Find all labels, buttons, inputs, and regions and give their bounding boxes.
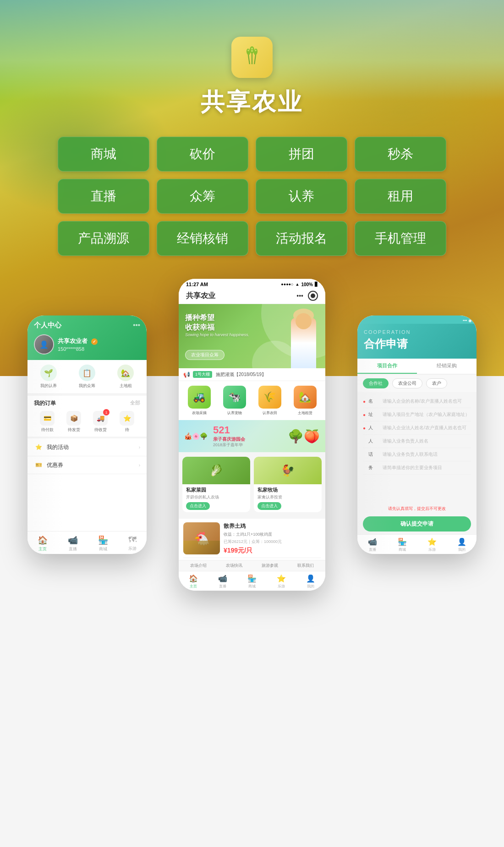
right-status-bar: ••• ◉: [357, 316, 477, 324]
cat-4[interactable]: 🏡 土地租赁: [294, 386, 317, 415]
cooperation-tabs: 项目合作 经销采购: [357, 359, 477, 375]
form-placeholder-5[interactable]: 请输入业务负责人联系电话: [383, 451, 471, 458]
feature-btn-11[interactable]: 手机管理: [355, 221, 446, 256]
feature-btn-8[interactable]: 产品溯源: [58, 221, 149, 256]
main-banner: 播种希望 收获幸福 Sowing hope to harvest happine…: [179, 304, 325, 368]
signal-icon: ●●●●○: [281, 282, 293, 287]
feature-btn-9[interactable]: 经销核销: [157, 221, 248, 256]
cat-1[interactable]: 🚜 农场采摘: [188, 386, 211, 415]
form-placeholder-2[interactable]: 请输入项目生产地址（农户输入家庭地址）: [383, 411, 471, 418]
center-mine-icon: 👤: [306, 574, 315, 583]
chicken-info: 散养土鸡 收益：土鸡1只+100枚鸡蛋 已筹26212元｜众筹：100000元 …: [224, 522, 321, 555]
private-farm-card[interactable]: 🐓 私家牧场 家禽认养投资 点击进入: [254, 457, 322, 512]
footer-tourism[interactable]: 旅游参观: [262, 563, 278, 569]
adopt-icon: 🌱: [40, 365, 57, 381]
cat-2[interactable]: 🐄 认养宠物: [223, 386, 246, 415]
form-dot-1: ●: [363, 399, 366, 404]
left-bottom-nav: 🏠 主页 📹 直播 🏪 商城 🗺 乐游: [27, 531, 147, 554]
tab-project[interactable]: 项目合作: [357, 359, 417, 374]
type-farmer[interactable]: 农户: [426, 378, 447, 388]
tab-dealer[interactable]: 经销采购: [417, 359, 477, 374]
phones-section: 个人中心 ••• 👤 共享农业者 ✓ 150*****858: [0, 270, 504, 682]
travel-icon: 🗺: [128, 535, 137, 545]
live-icon: 📹: [68, 535, 78, 545]
feature-btn-10[interactable]: 活动报名: [256, 221, 347, 256]
svg-point-6: [251, 48, 253, 50]
farm-img: 🐓: [254, 457, 322, 484]
nav-land[interactable]: 🏡 土地租: [117, 365, 134, 389]
feature-btn-5[interactable]: 众筹: [157, 179, 248, 214]
bottom-live[interactable]: 📹 直播: [68, 535, 78, 552]
form-placeholder-1[interactable]: 请输入企业的名称/农户直播人姓名也可: [383, 398, 471, 404]
battery-icon: ▊: [315, 282, 318, 287]
order-section: 我的订单 全部 💳 待付款 📦 待发货: [27, 396, 147, 437]
cat-3[interactable]: 🌾 认养农田: [258, 386, 281, 415]
right-shop-label: 商城: [399, 548, 406, 552]
pending-4-label: 待: [120, 427, 134, 433]
bottom-home[interactable]: 🏠 主页: [38, 535, 48, 552]
type-cooperative[interactable]: 合作社: [363, 378, 389, 388]
menu-section: ⭐ 我的活动 › 🎫 优惠券 ›: [27, 438, 147, 531]
event-right-img: 🌳🍑: [288, 429, 320, 444]
center-app-title: 共享农业: [186, 291, 215, 301]
feature-btn-1[interactable]: 砍价: [157, 137, 248, 172]
feature-btn-6[interactable]: 认养: [256, 179, 347, 214]
footer-farm-intro[interactable]: 农场介绍: [190, 563, 207, 569]
form-dot-4: ●: [363, 439, 366, 444]
center-nav-travel[interactable]: ⭐ 乐游: [277, 574, 286, 589]
title-icons: •••: [296, 291, 318, 301]
menu-coupon[interactable]: 🎫 优惠券 ›: [27, 456, 147, 474]
right-nav-live[interactable]: 📹 直播: [368, 537, 377, 552]
garden-btn[interactable]: 点击进入: [186, 502, 210, 510]
center-nav-mine[interactable]: 👤 我的: [306, 574, 315, 589]
footer-farm-news[interactable]: 农场快讯: [226, 563, 242, 569]
form-placeholder-6[interactable]: 请简单描述你的主要业务项目: [383, 465, 471, 471]
nav-adopt[interactable]: 🌱 我的认养: [40, 365, 57, 389]
personal-center-title: 个人中心: [34, 321, 61, 330]
activity-icon: ⭐: [34, 443, 43, 452]
feature-btn-3[interactable]: 秒杀: [355, 137, 446, 172]
activity-label: 我的活动: [47, 443, 69, 451]
feature-btn-2[interactable]: 拼团: [256, 137, 347, 172]
order-pending-4[interactable]: ⭐ 待: [120, 411, 134, 433]
banner-text: 播种希望 收获幸福 Sowing hope to harvest happine…: [185, 313, 249, 338]
nav-crowdfund[interactable]: 📋 我的众筹: [79, 365, 95, 389]
order-pending-receive[interactable]: 🚚 1 待收货: [93, 411, 108, 433]
feature-btn-4[interactable]: 直播: [58, 179, 149, 214]
pending-pay-icon: 💳: [40, 411, 55, 426]
order-pending-4-icon: ⭐: [120, 411, 134, 426]
banner-crowdfund-btn[interactable]: 农业项目众筹: [185, 350, 225, 360]
private-garden-card[interactable]: 🥬 私家菜园 开辟你的私人农场 点击进入: [182, 457, 250, 512]
cooperation-header: COOPERATION 合作申请: [357, 324, 477, 359]
event-subtitle: 亲子喜庆游园会: [213, 436, 245, 442]
feature-btn-0[interactable]: 商城: [58, 137, 149, 172]
user-name: 共享农业者 ✓: [58, 337, 98, 345]
right-nav-shop[interactable]: 🏪 商城: [398, 537, 407, 552]
crowdfund-icon: 📋: [79, 365, 95, 381]
center-nav-shop[interactable]: 🏪 商城: [247, 574, 257, 589]
right-nav-travel[interactable]: ⭐ 乐游: [427, 537, 437, 552]
center-nav-home[interactable]: 🏠 主页: [189, 574, 198, 589]
form-placeholder-4[interactable]: 请输入业务负责人姓名: [383, 438, 471, 444]
farm-sub: 家禽认养投资: [257, 494, 318, 500]
cooperation-form: ● 名 请输入企业的名称/农户直播人姓名也可 ● 址 请输入项目生产地址（农户输…: [357, 392, 477, 504]
menu-activity[interactable]: ⭐ 我的活动 ›: [27, 438, 147, 456]
submit-btn[interactable]: 确认提交申请: [363, 516, 471, 531]
footer-contact[interactable]: 联系我们: [297, 563, 314, 569]
center-nav-live[interactable]: 📹 直播: [218, 574, 227, 589]
type-company[interactable]: 农业公司: [392, 378, 422, 388]
pending-ship-icon: 📦: [66, 411, 81, 426]
order-pending-pay[interactable]: 💳 待付款: [40, 411, 55, 433]
form-row-phone: ● 话 请输入业务负责人联系电话: [363, 448, 471, 461]
form-row-name: ● 名 请输入企业的名称/农户直播人姓名也可: [363, 395, 471, 408]
bottom-travel[interactable]: 🗺 乐游: [128, 535, 137, 552]
farm-btn[interactable]: 点击进入: [257, 502, 281, 510]
feature-btn-7[interactable]: 租用: [355, 179, 446, 214]
form-row-service: ● 务 请简单描述你的主要业务项目: [363, 461, 471, 475]
right-nav-mine[interactable]: 👤 我的: [457, 537, 466, 552]
pending-receive-icon: 🚚 1: [93, 411, 108, 426]
form-placeholder-3[interactable]: 请输入企业法人姓名/农户直播人姓名也可: [383, 425, 471, 431]
bottom-shop[interactable]: 🏪 商城: [98, 535, 108, 552]
order-pending-ship[interactable]: 📦 待发货: [66, 411, 81, 433]
nav-crowdfund-label: 我的众筹: [79, 383, 95, 389]
